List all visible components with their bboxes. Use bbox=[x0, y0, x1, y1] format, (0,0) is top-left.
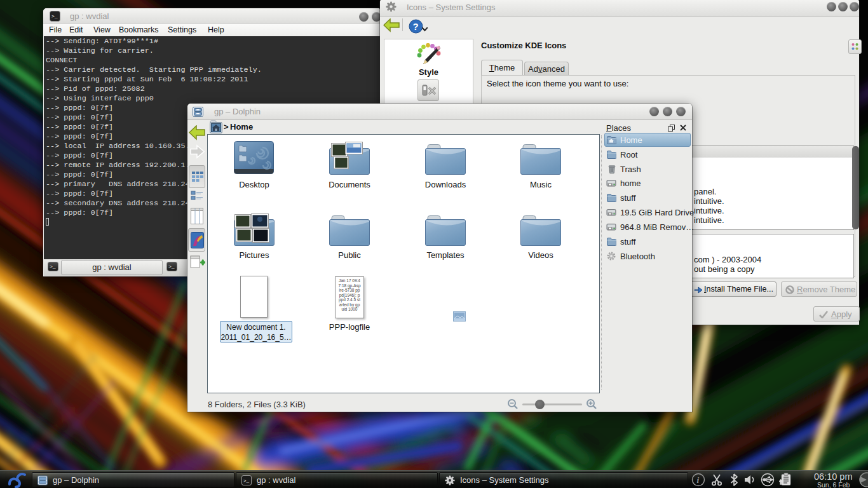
svg-text:?: ? bbox=[413, 21, 419, 32]
svg-text:i: i bbox=[697, 475, 700, 485]
svg-text:>_: >_ bbox=[243, 478, 250, 484]
svg-text:>_: >_ bbox=[51, 13, 58, 19]
